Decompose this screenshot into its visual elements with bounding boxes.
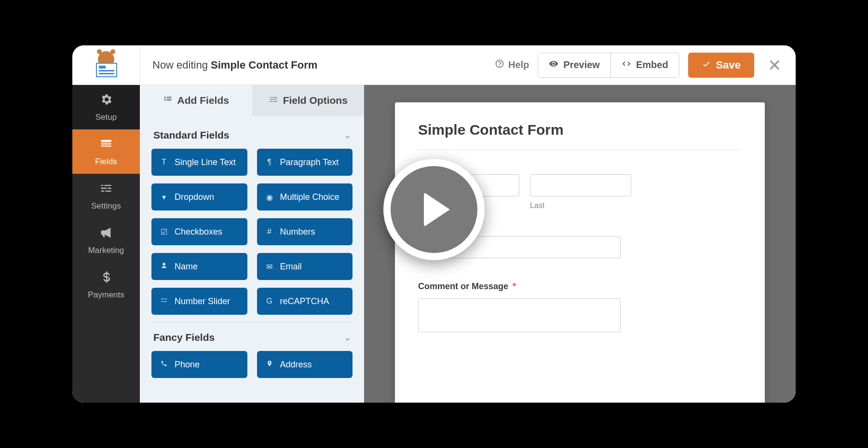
section-fancy-fields[interactable]: Fancy Fields ⌄: [151, 327, 353, 351]
preview-form-title: Simple Contact Form: [418, 122, 742, 150]
field-label: Name: [175, 262, 198, 272]
section-label: Fancy Fields: [153, 332, 215, 343]
sidebar-item-fields[interactable]: Fields: [72, 129, 140, 174]
field-email[interactable]: ✉ Email: [257, 253, 353, 280]
standard-fields-grid: T Single Line Text ¶ Paragraph Text ▾ Dr…: [151, 149, 353, 315]
field-label: Numbers: [280, 227, 315, 237]
help-link[interactable]: Help: [495, 59, 529, 71]
page-title: Now editing Simple Contact Form: [140, 59, 495, 71]
code-icon: [622, 59, 631, 71]
save-button[interactable]: Save: [688, 53, 754, 78]
preview-divider: [418, 150, 742, 150]
sidebar-item-setup[interactable]: Setup: [72, 85, 140, 129]
panel-scroll[interactable]: Standard Fields ⌄ T Single Line Text ¶ P…: [140, 116, 364, 403]
tab-label: Field Options: [283, 95, 348, 106]
field-label: Single Line Text: [175, 157, 236, 168]
section-divider: [151, 322, 353, 322]
sidebar-label: Settings: [91, 201, 121, 211]
preview-button[interactable]: Preview: [538, 53, 610, 77]
logo[interactable]: [72, 45, 140, 85]
logo-icon: [89, 51, 123, 79]
preview-label: Preview: [563, 59, 600, 70]
fields-panel: Add Fields Field Options Standard Fields…: [140, 85, 364, 403]
field-phone[interactable]: Phone: [151, 351, 247, 378]
section-standard-fields[interactable]: Standard Fields ⌄: [151, 125, 353, 149]
section-label: Standard Fields: [153, 129, 230, 141]
play-icon: [391, 166, 477, 253]
eye-icon: [549, 59, 558, 71]
last-sublabel: Last: [530, 201, 631, 210]
field-checkboxes[interactable]: ☑ Checkboxes: [151, 218, 247, 245]
dropdown-icon: ▾: [159, 193, 169, 202]
comment-label-text: Comment or Message: [418, 281, 508, 291]
help-icon: [495, 59, 504, 71]
field-label: Paragraph Text: [280, 157, 339, 168]
help-label: Help: [508, 59, 529, 70]
field-numbers[interactable]: # Numbers: [257, 218, 353, 245]
paragraph-icon: ¶: [265, 158, 274, 167]
sidebar-label: Fields: [95, 157, 117, 167]
comment-textarea[interactable]: [418, 298, 621, 332]
gear-icon: [99, 93, 113, 110]
hash-icon: #: [265, 227, 274, 236]
slider-icon: [159, 296, 169, 306]
tab-field-options[interactable]: Field Options: [252, 85, 365, 116]
top-actions: Help Preview Embed: [495, 53, 796, 78]
form-icon: [99, 137, 113, 154]
fancy-fields-grid: Phone Address: [151, 351, 353, 378]
field-paragraph-text[interactable]: ¶ Paragraph Text: [257, 149, 353, 176]
sidebar-label: Payments: [88, 290, 124, 300]
check-icon: [702, 59, 711, 71]
preview-embed-group: Preview Embed: [538, 53, 679, 78]
field-label: Checkboxes: [175, 227, 222, 237]
field-address[interactable]: Address: [257, 351, 353, 378]
tab-add-fields[interactable]: Add Fields: [140, 85, 252, 116]
field-label: Address: [280, 360, 312, 370]
chevron-down-icon: ⌄: [344, 333, 351, 342]
field-label: Multiple Choice: [280, 192, 339, 202]
field-name[interactable]: Name: [151, 253, 247, 280]
radio-icon: ◉: [265, 193, 274, 202]
sidebar-label: Setup: [95, 112, 117, 122]
field-number-slider[interactable]: Number Slider: [151, 288, 247, 315]
field-single-line-text[interactable]: T Single Line Text: [151, 149, 247, 176]
field-label: Dropdown: [175, 192, 214, 202]
field-multiple-choice[interactable]: ◉ Multiple Choice: [257, 183, 353, 210]
checkbox-icon: ☑: [159, 227, 169, 237]
chevron-down-icon: ⌄: [344, 131, 351, 140]
sidebar: Setup Fields Settings Marketing: [72, 85, 140, 403]
sidebar-item-marketing[interactable]: Marketing: [72, 218, 140, 263]
play-video-button[interactable]: [383, 159, 485, 260]
sliders-icon: [269, 95, 278, 107]
app-window: Now editing Simple Contact Form Help Pre…: [72, 45, 796, 403]
sidebar-item-payments[interactable]: Payments: [72, 263, 140, 307]
close-icon: ✕: [768, 56, 781, 74]
required-mark: *: [513, 281, 516, 291]
editing-prefix: Now editing: [152, 59, 208, 71]
phone-icon: [159, 360, 169, 369]
tab-label: Add Fields: [177, 95, 229, 106]
close-button[interactable]: ✕: [768, 56, 781, 75]
field-label: Phone: [175, 360, 200, 370]
google-icon: G: [265, 297, 274, 306]
user-icon: [159, 262, 169, 271]
embed-button[interactable]: Embed: [610, 53, 679, 77]
sliders-icon: [99, 182, 113, 198]
field-recaptcha[interactable]: G reCAPTCHA: [257, 288, 353, 315]
sidebar-item-settings[interactable]: Settings: [72, 174, 140, 218]
field-dropdown[interactable]: ▾ Dropdown: [151, 183, 247, 210]
field-label: reCAPTCHA: [280, 296, 329, 307]
list-icon: [163, 95, 173, 107]
last-name-input[interactable]: [530, 174, 631, 196]
text-icon: T: [159, 158, 169, 167]
pin-icon: [265, 360, 274, 369]
embed-label: Embed: [636, 59, 668, 70]
field-label: Number Slider: [175, 296, 230, 307]
dollar-icon: [99, 270, 113, 287]
field-label: Email: [280, 262, 302, 272]
form-name: Simple Contact Form: [211, 59, 317, 71]
save-label: Save: [716, 59, 741, 71]
topbar: Now editing Simple Contact Form Help Pre…: [72, 45, 796, 85]
last-name-col: Last: [530, 174, 631, 210]
panel-tabs: Add Fields Field Options: [140, 85, 364, 116]
